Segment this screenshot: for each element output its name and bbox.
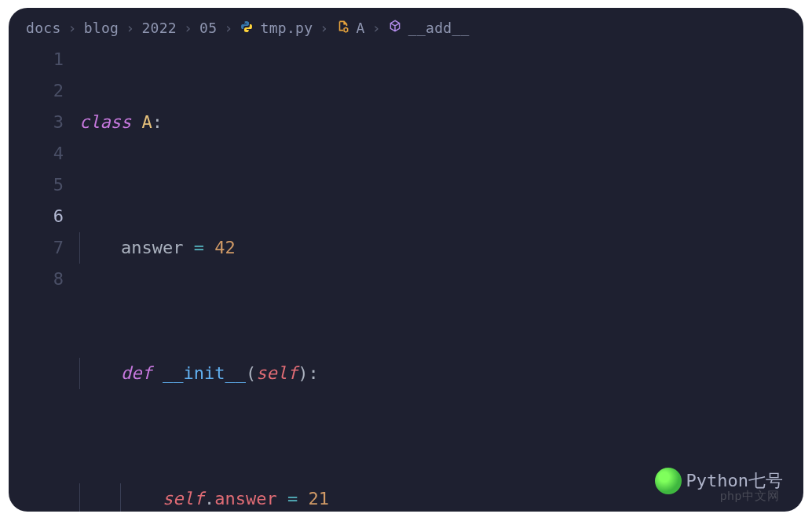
line-number: 7 bbox=[9, 232, 64, 264]
line-number: 8 bbox=[9, 264, 64, 295]
phpcn-watermark: php中文网 bbox=[720, 489, 780, 504]
line-number: 5 bbox=[9, 169, 64, 201]
chevron-right-icon: › bbox=[224, 20, 232, 36]
wechat-icon bbox=[655, 468, 682, 494]
code-line[interactable]: def __init__(self): bbox=[79, 358, 803, 389]
chevron-right-icon: › bbox=[184, 20, 192, 36]
editor-window: docs › blog › 2022 › 05 › tmp.py › A › _… bbox=[9, 8, 803, 512]
class-symbol-icon bbox=[336, 19, 350, 36]
line-gutter: 1 2 3 4 5 6 7 8 bbox=[9, 44, 79, 512]
code-line[interactable]: class A: bbox=[79, 107, 803, 138]
crumb-blog[interactable]: blog bbox=[84, 20, 119, 36]
svg-point-0 bbox=[243, 21, 244, 22]
code-editor[interactable]: 1 2 3 4 5 6 7 8 class A: answer = 42 def… bbox=[9, 42, 803, 512]
chevron-right-icon: › bbox=[68, 20, 77, 36]
svg-point-1 bbox=[247, 30, 248, 31]
code-content[interactable]: class A: answer = 42 def __init__(self):… bbox=[79, 44, 803, 512]
crumb-class[interactable]: A bbox=[357, 20, 365, 36]
crumb-docs[interactable]: docs bbox=[26, 20, 61, 36]
chevron-right-icon: › bbox=[320, 20, 328, 36]
line-number: 6 bbox=[9, 201, 64, 232]
python-file-icon bbox=[240, 20, 253, 36]
crumb-file[interactable]: tmp.py bbox=[261, 20, 313, 36]
chevron-right-icon: › bbox=[126, 20, 134, 36]
crumb-method[interactable]: __add__ bbox=[408, 20, 470, 36]
line-number: 2 bbox=[9, 75, 64, 107]
crumb-05[interactable]: 05 bbox=[199, 20, 217, 36]
line-number: 4 bbox=[9, 138, 64, 169]
line-number: 1 bbox=[9, 44, 64, 75]
line-number: 3 bbox=[9, 107, 64, 138]
code-line[interactable]: answer = 42 bbox=[79, 232, 803, 264]
breadcrumb[interactable]: docs › blog › 2022 › 05 › tmp.py › A › _… bbox=[9, 8, 803, 42]
chevron-right-icon: › bbox=[372, 20, 381, 36]
method-symbol-icon bbox=[388, 19, 402, 36]
crumb-2022[interactable]: 2022 bbox=[141, 20, 177, 36]
